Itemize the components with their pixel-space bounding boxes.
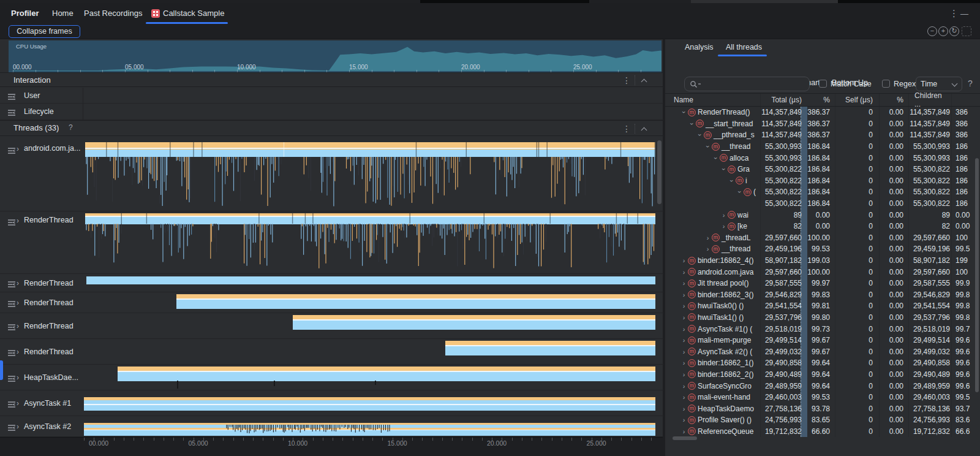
table-row[interactable]: ›mReferenceQueue19,712,83266.6000.0019,7… <box>665 426 980 438</box>
tab-callstack-sample[interactable]: Callstack Sample <box>163 9 224 18</box>
table-vertical-scrollbar[interactable] <box>975 158 979 392</box>
table-row[interactable]: ›mwai890.0000.00890.00 <box>665 209 980 221</box>
collapse-arrow-icon[interactable]: › <box>736 188 744 196</box>
table-row[interactable]: ›m__thread29,459,19699.5300.0029,459,196… <box>665 243 980 255</box>
cpu-usage-minimap[interactable]: CPU Usage 00.00005.00010.00015.00020.000… <box>9 40 662 72</box>
table-row[interactable]: ›mAsyncTask #2() (29,499,03299.6700.0029… <box>665 346 980 357</box>
expand-arrow-icon[interactable]: › <box>680 393 688 401</box>
thread-row[interactable]: ›HeapTaskDae... <box>0 365 663 390</box>
collapse-arrow-icon[interactable]: › <box>696 131 704 139</box>
match-case-checkbox[interactable] <box>819 80 827 88</box>
expand-arrow-icon[interactable]: › <box>704 234 712 241</box>
table-row[interactable]: ›mhwuiTask1() ()29,537,79699.8000.0029,5… <box>665 312 980 324</box>
thread-track-chart[interactable] <box>84 313 655 338</box>
chevron-right-icon[interactable]: › <box>17 145 19 153</box>
thread-track-chart[interactable] <box>84 140 655 211</box>
collapse-arrow-icon[interactable]: › <box>712 154 720 162</box>
table-row[interactable]: ›mbinder:16862_2()29,490,48999.6400.0029… <box>665 369 980 381</box>
thread-track-chart[interactable] <box>84 365 655 390</box>
zoom-in-icon[interactable]: + <box>938 26 948 36</box>
threads-collapse-icon[interactable] <box>641 127 647 134</box>
expand-arrow-icon[interactable]: › <box>720 222 728 230</box>
expand-arrow-icon[interactable]: › <box>680 291 688 298</box>
table-row[interactable]: ›mProfile Saver() ()24,756,99383.6500.00… <box>665 414 980 426</box>
chevron-right-icon[interactable]: › <box>17 373 19 382</box>
chevron-right-icon[interactable]: › <box>17 422 19 431</box>
zoom-out-icon[interactable]: − <box>927 26 937 36</box>
tab-home[interactable]: Home <box>52 9 74 18</box>
chevron-right-icon[interactable]: › <box>17 298 19 307</box>
thread-row[interactable]: ›RenderThread <box>0 313 663 339</box>
table-row[interactable]: ›mJit thread pool()29,587,55599.9700.002… <box>665 278 980 289</box>
expand-arrow-icon[interactable]: › <box>680 325 688 333</box>
expand-arrow-icon[interactable]: › <box>680 314 688 321</box>
table-row[interactable]: ›mGra55,300,822186.8400.0055,300,822186 <box>665 164 980 175</box>
collapse-frames-button[interactable]: Collapse frames <box>9 25 80 38</box>
table-row[interactable]: ›mSurfaceSyncGro29,489,95999.6400.0029,4… <box>665 380 980 392</box>
threads-options-icon[interactable]: ⋮ <box>622 124 631 134</box>
thread-row[interactable]: ›AsyncTask #1 <box>0 390 663 416</box>
thread-row[interactable]: ›AsyncTask #2 <box>0 416 663 437</box>
table-row[interactable]: ›m[ke820.0000.00820.00 <box>665 221 980 232</box>
expand-arrow-icon[interactable]: › <box>680 428 688 435</box>
table-header[interactable]: Name Total (μs) % Self (μs) % Children .… <box>665 93 980 107</box>
table-row[interactable]: ›mi55,300,822186.8400.0055,300,822186 <box>665 175 980 187</box>
chevron-right-icon[interactable]: › <box>17 322 19 330</box>
thread-track-chart[interactable] <box>84 274 655 292</box>
interaction-section-header[interactable]: Interaction ⋮ <box>0 72 663 87</box>
threads-section-header[interactable]: Threads (33) ? ⋮ <box>0 120 663 136</box>
thread-row[interactable]: ›RenderThread <box>0 292 663 313</box>
chevron-right-icon[interactable]: › <box>17 216 19 225</box>
filter-type-dropdown[interactable]: Time <box>916 77 962 91</box>
collapse-arrow-icon[interactable]: › <box>680 108 688 116</box>
expand-arrow-icon[interactable]: › <box>680 336 688 344</box>
expand-arrow-icon[interactable]: › <box>704 245 712 253</box>
threads-help-icon[interactable]: ? <box>69 123 73 132</box>
collapse-arrow-icon[interactable]: › <box>688 120 696 127</box>
table-row[interactable]: ›m__start_thread114,357,849386.3700.0011… <box>665 118 980 130</box>
thread-row[interactable]: ›RenderThread <box>0 211 663 274</box>
expand-arrow-icon[interactable]: › <box>680 257 688 264</box>
expand-arrow-icon[interactable]: › <box>680 416 688 424</box>
collapse-arrow-icon[interactable]: › <box>728 177 736 184</box>
regex-checkbox[interactable] <box>882 80 890 88</box>
table-row[interactable]: ›m__thread55,300,993186.8400.0055,300,99… <box>665 141 980 153</box>
table-row[interactable]: ›malloca55,300,993186.8400.0055,300,9931… <box>665 152 980 164</box>
tab-analysis[interactable]: Analysis <box>685 43 714 51</box>
search-input[interactable] <box>684 77 810 91</box>
table-row[interactable]: ›m(55,300,822186.8400.0055,300,822186 <box>665 186 980 198</box>
tab-all-threads[interactable]: All threads <box>726 43 762 51</box>
expand-arrow-icon[interactable]: › <box>680 268 688 276</box>
table-row[interactable]: ›mRenderThread()114,357,849386.3700.0011… <box>665 107 980 118</box>
table-row[interactable]: ›mmali-mem-purge29,499,51499.6700.0029,4… <box>665 335 980 346</box>
expand-arrow-icon[interactable]: › <box>680 405 688 412</box>
expand-arrow-icon[interactable]: › <box>680 359 688 367</box>
help-icon[interactable]: ? <box>968 78 973 88</box>
minimize-icon[interactable]: — <box>960 9 969 18</box>
table-row[interactable]: ›mmali-event-hand29,460,00399.5300.0029,… <box>665 392 980 403</box>
threads-vertical-scrollbar[interactable] <box>657 140 662 204</box>
expand-arrow-icon[interactable]: › <box>680 279 688 287</box>
table-row[interactable]: ›mbinder:16862_1()29,490,85899.6400.0029… <box>665 357 980 369</box>
thread-row[interactable]: ›android.com.ja... <box>0 140 663 211</box>
table-row[interactable]: ›mhwuiTask0() ()29,541,55499.8100.0029,5… <box>665 300 980 312</box>
table-row[interactable]: ›m_threadL29,597,660100.0000.0029,597,66… <box>665 232 980 244</box>
collapse-arrow-icon[interactable]: › <box>704 143 712 151</box>
interaction-collapse-icon[interactable] <box>641 79 647 85</box>
expand-arrow-icon[interactable]: › <box>680 382 688 390</box>
table-horizontal-scrollbar[interactable] <box>673 436 697 440</box>
thread-track-chart[interactable] <box>84 292 655 313</box>
chevron-right-icon[interactable]: › <box>17 399 19 408</box>
chevron-right-icon[interactable]: › <box>17 348 19 356</box>
thread-row[interactable]: ›RenderThread <box>0 339 663 365</box>
more-options-icon[interactable]: ⋮ <box>949 8 959 19</box>
expand-arrow-icon[interactable]: › <box>680 371 688 378</box>
chevron-right-icon[interactable]: › <box>17 279 19 287</box>
thread-track-chart[interactable] <box>84 211 655 273</box>
collapse-arrow-icon[interactable]: › <box>720 165 728 173</box>
interaction-options-icon[interactable]: ⋮ <box>622 75 631 85</box>
thread-row[interactable]: ›RenderThread <box>0 274 663 292</box>
thread-track-chart[interactable] <box>84 339 655 364</box>
thread-track-chart[interactable] <box>84 390 655 416</box>
tab-past-recordings[interactable]: Past Recordings <box>84 9 142 18</box>
